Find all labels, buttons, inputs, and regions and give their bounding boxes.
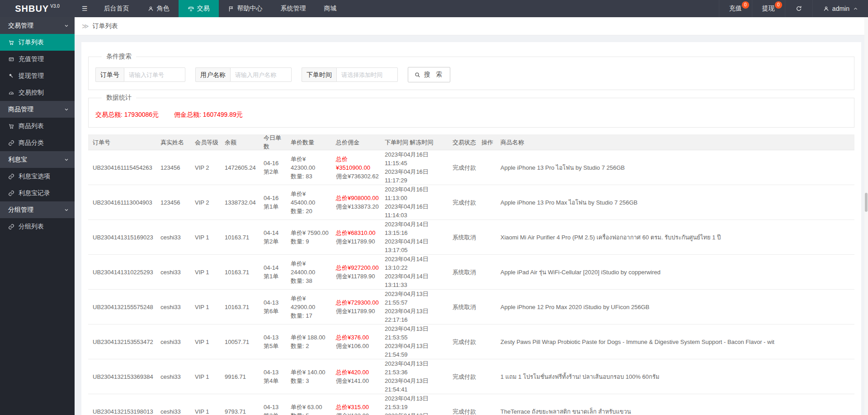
scrollbar-thumb[interactable] <box>865 193 868 212</box>
cell-product: Apple iPhone 13 Pro Max ไอโฟน by Studio … <box>496 198 854 207</box>
commission: 佣金¥106.00 <box>336 342 380 350</box>
cell-product: TheTerrace ถังขยะพลาสติก ขนาดเล็ก สำหรับ… <box>496 407 854 415</box>
flag-icon <box>228 5 235 12</box>
col-vip-level: 会员等级 <box>190 138 220 147</box>
total-price: 总价¥908000.00 <box>336 194 380 202</box>
item-label: 提现管理 <box>19 72 44 80</box>
cell-status: 完成付款 <box>448 198 477 207</box>
order-time: 2023年04月13日 21:53:36 <box>385 359 448 377</box>
item-label: 商品分类 <box>19 139 44 147</box>
sidebar-item-interest-options[interactable]: 利息宝选项 <box>0 168 75 185</box>
refresh-icon <box>795 5 802 12</box>
cell-times: 2023年04月14日 13:10:22 2023年04月14日 13:11:3… <box>380 255 448 289</box>
cell-real-name: ceshi33 <box>156 233 190 242</box>
logo-version: V3.0 <box>50 4 60 9</box>
nav-item-trade[interactable]: 交易 <box>179 0 219 17</box>
quantity: 数量: 5 <box>291 411 331 415</box>
table-body: UB2304161115454263 123456 VIP 2 1472605.… <box>88 150 854 415</box>
recharge-button[interactable]: 充值 0 <box>719 0 752 17</box>
order-seq: 第4单 <box>264 377 286 385</box>
cell-vip-level: VIP 1 <box>190 407 220 415</box>
link-icon <box>8 224 14 230</box>
nav-item-help-center[interactable]: 帮助中心 <box>219 0 272 17</box>
cell-status: 完成付款 <box>448 338 477 346</box>
sidebar-group-product-mgmt[interactable]: 商品管理 <box>0 101 75 118</box>
sidebar-item-product-category[interactable]: 商品分类 <box>0 134 75 151</box>
username-input[interactable] <box>230 67 292 82</box>
item-label: 商品列表 <box>19 122 44 130</box>
cell-order-no: UB2304132155575248 <box>88 303 156 311</box>
nav-label: 商城 <box>324 5 337 13</box>
sidebar-item-withdraw-mgmt[interactable]: 提现管理 <box>0 67 75 84</box>
commission-total: 佣金总额: 1607499.89元 <box>174 111 243 119</box>
order-date: 04-13 <box>264 368 286 377</box>
search-icon <box>414 72 421 78</box>
order-time-input[interactable] <box>336 67 398 82</box>
commission: 佣金¥133873.20 <box>336 202 380 211</box>
item-label: 充值管理 <box>19 55 44 63</box>
col-today: 今日单数 <box>259 134 286 151</box>
sidebar-item-group-list[interactable]: 分组列表 <box>0 218 75 235</box>
trade-total: 交易总额: 17930086元 <box>95 111 159 119</box>
hamburger-icon: ☰ <box>82 5 88 12</box>
cell-real-name: 123456 <box>156 163 190 172</box>
order-time: 2023年04月14日 13:10:22 <box>385 255 448 272</box>
nav-item-system[interactable]: 系统管理 <box>272 0 315 17</box>
breadcrumb: ≫ 订单列表 <box>75 17 868 35</box>
col-times: 下单时间 解冻时间 <box>380 138 448 147</box>
user-menu[interactable]: admin <box>812 0 868 17</box>
cell-unit-qty: 单价¥ 42900.00 数量: 17 <box>286 294 331 320</box>
sidebar-group-trade-mgmt[interactable]: 交易管理 <box>0 17 75 34</box>
cell-balance: 9793.71 <box>220 407 259 415</box>
table-row: UB2304132153198013 ceshi33 VIP 1 9793.71… <box>88 394 854 415</box>
unit-price: 单价¥ 140.00 <box>291 368 331 377</box>
order-seq: 第2单 <box>264 237 286 246</box>
cell-unit-qty: 单价¥ 24400.00 数量: 38 <box>286 259 331 285</box>
cell-times: 2023年04月14日 13:15:16 2023年04月14日 13:17:0… <box>380 220 448 254</box>
item-label: 利息宝选项 <box>19 172 50 181</box>
order-date: 04-14 <box>264 263 286 272</box>
withdraw-button[interactable]: 提现 0 <box>752 0 785 17</box>
unit-price: 单价¥ 42900.00 <box>291 294 331 311</box>
search-button[interactable]: 搜 索 <box>408 67 450 82</box>
panel: 条件搜索 订单号 用户名称 下单时间 搜 索 <box>81 42 861 415</box>
col-order-no: 订单号 <box>88 138 156 147</box>
unit-price: 单价¥ 42300.00 <box>291 155 331 172</box>
order-no-input[interactable] <box>124 67 185 82</box>
cell-real-name: ceshi33 <box>156 372 190 381</box>
username-label: 用户名称 <box>195 67 230 82</box>
unfreeze-time: 2023年04月16日 11:14:03 <box>385 202 448 219</box>
nav-item-dashboard[interactable]: 后台首页 <box>95 0 138 17</box>
gauge-icon <box>8 90 14 96</box>
order-seq: 第1单 <box>264 202 286 211</box>
cell-vip-level: VIP 2 <box>190 198 220 207</box>
nav-item-roles[interactable]: 角色 <box>138 0 179 17</box>
chevron-down-icon <box>64 207 69 213</box>
cell-unit-qty: 单价¥ 63.00 数量: 5 <box>286 403 331 415</box>
col-total-comm: 总价佣金 <box>331 138 380 147</box>
commission: 佣金¥11789.90 <box>336 307 380 315</box>
nav-item-mall[interactable]: 商城 <box>315 0 346 17</box>
total-price: 总价¥420.00 <box>336 368 380 377</box>
cell-status: 完成付款 <box>448 372 477 381</box>
sidebar-group-interest[interactable]: 利息宝 <box>0 151 75 168</box>
sidebar-item-order-list[interactable]: 订单列表 <box>0 34 75 51</box>
sidebar-item-recharge-mgmt[interactable]: 充值管理 <box>0 51 75 67</box>
sidebar-item-product-list[interactable]: 商品列表 <box>0 118 75 134</box>
sidebar-item-interest-records[interactable]: 利息宝记录 <box>0 185 75 201</box>
refresh-button[interactable] <box>785 0 812 17</box>
sidebar-item-trade-control[interactable]: 交易控制 <box>0 84 75 101</box>
quantity: 数量: 83 <box>291 172 331 181</box>
commission: 佣金¥11789.90 <box>336 237 380 246</box>
cell-vip-level: VIP 1 <box>190 233 220 242</box>
cart-icon <box>8 39 14 46</box>
sidebar-group-group-mgmt[interactable]: 分组管理 <box>0 201 75 218</box>
cell-status: 完成付款 <box>448 407 477 415</box>
topbar-right: 充值 0 提现 0 admin <box>719 0 868 17</box>
hamburger-button[interactable]: ☰ <box>75 0 95 17</box>
unfreeze-time: 2023年04月13日 22:17:16 <box>385 307 448 324</box>
cell-unit-qty: 单价¥ 7590.00 数量: 9 <box>286 229 331 246</box>
cell-vip-level: VIP 1 <box>190 303 220 311</box>
cell-real-name: ceshi33 <box>156 303 190 311</box>
table-row: UB2304161115454263 123456 VIP 2 1472605.… <box>88 150 854 185</box>
